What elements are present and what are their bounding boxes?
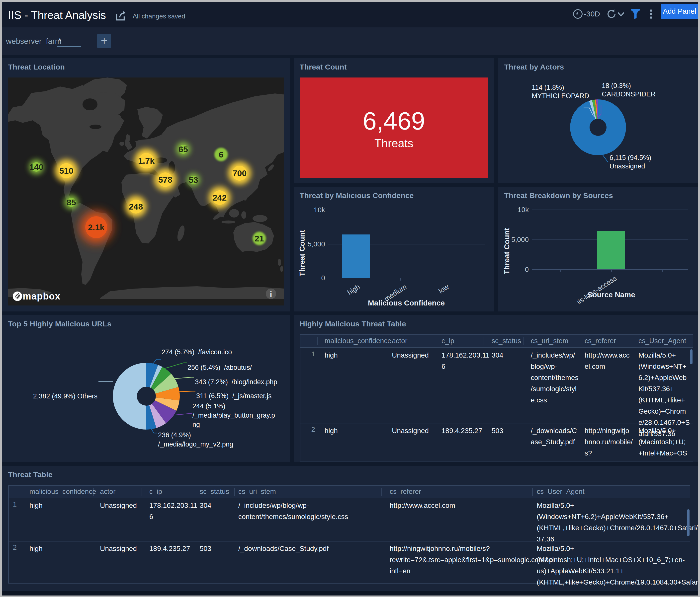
svg-text:700: 700 <box>232 168 247 178</box>
svg-text:53: 53 <box>189 175 198 185</box>
svg-text:140: 140 <box>29 162 44 172</box>
svg-text:i: i <box>270 290 272 298</box>
svg-text:5,000: 5,000 <box>511 236 529 243</box>
svg-text:mapbox: mapbox <box>23 291 60 302</box>
svg-text:5,000: 5,000 <box>308 240 325 248</box>
svg-text:65: 65 <box>178 145 188 154</box>
svg-text:1.7k: 1.7k <box>138 156 154 165</box>
svg-text:248: 248 <box>129 202 143 211</box>
svg-text:10k: 10k <box>314 206 325 214</box>
svg-text:high: high <box>346 283 361 296</box>
svg-text:510: 510 <box>59 166 74 175</box>
svg-text:Threat Count: Threat Count <box>298 230 306 277</box>
svg-text:iis-logs-access: iis-logs-access <box>575 274 618 306</box>
svg-text:6: 6 <box>219 150 224 159</box>
svg-text:21: 21 <box>254 234 264 243</box>
svg-text:low: low <box>437 283 450 295</box>
svg-text:0: 0 <box>321 274 325 282</box>
svg-text:578: 578 <box>158 175 173 184</box>
svg-text:0: 0 <box>525 266 529 273</box>
svg-text:Source Name: Source Name <box>587 290 635 299</box>
svg-text:85: 85 <box>67 198 76 207</box>
svg-text:242: 242 <box>212 193 227 202</box>
svg-text:10k: 10k <box>518 206 529 213</box>
svg-text:2.1k: 2.1k <box>88 223 104 232</box>
svg-text:Threat Count: Threat Count <box>503 228 511 275</box>
svg-text:Malicious Confidence: Malicious Confidence <box>368 299 445 307</box>
